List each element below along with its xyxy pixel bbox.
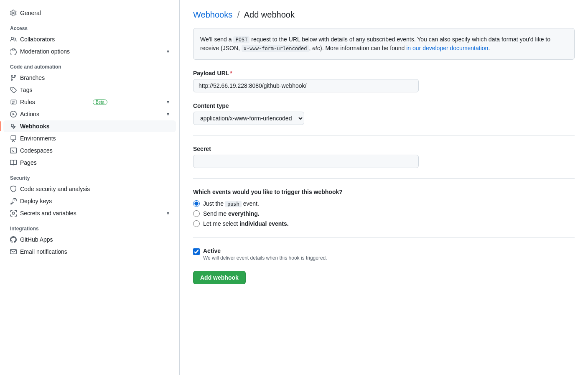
moderation-chevron-icon: ▾ [167, 48, 169, 54]
codespaces-icon [10, 147, 17, 154]
content-type-section: Content type application/x-www-form-urle… [193, 102, 575, 125]
active-label-text: Active [203, 247, 327, 254]
payload-url-section: Payload URL* [193, 70, 575, 92]
sidebar-section-security: Security [0, 172, 179, 183]
sidebar-item-deploy-keys[interactable]: Deploy keys [3, 195, 176, 207]
sidebar-item-rules[interactable]: Rules Beta ▾ [3, 96, 176, 108]
content-type-select[interactable]: application/x-www-form-urlencoded applic… [193, 112, 304, 125]
breadcrumb-current: Add webhook [244, 10, 295, 19]
sidebar-item-codespaces-label: Codespaces [20, 147, 53, 154]
sidebar-item-email-notifications-label: Email notifications [20, 248, 67, 255]
sidebar-section-integrations: Integrations [0, 222, 179, 233]
payload-url-input[interactable] [193, 79, 419, 92]
actions-icon [10, 111, 17, 117]
divider-1 [193, 135, 575, 135]
actions-chevron-icon: ▾ [167, 111, 169, 117]
sidebar-item-actions[interactable]: Actions ▾ [3, 108, 176, 120]
branches-icon [10, 74, 17, 81]
secret-section: Secret [193, 145, 575, 168]
sidebar-item-moderation-label: Moderation options [20, 48, 70, 55]
rules-icon [10, 99, 17, 105]
shield-icon [10, 186, 17, 192]
sidebar-item-webhooks[interactable]: Webhooks [3, 120, 176, 132]
active-checkbox-label[interactable]: Active We will deliver event details whe… [193, 247, 575, 261]
radio-everything[interactable]: Send me everything. [193, 210, 575, 217]
environments-icon [10, 135, 17, 142]
sidebar-section-code-automation: Code and automation [0, 61, 179, 71]
active-label-container: Active We will deliver event details whe… [203, 247, 327, 261]
breadcrumb: Webhooks / Add webhook [193, 10, 575, 20]
sidebar-item-code-security[interactable]: Code security and analysis [3, 183, 176, 195]
secret-input[interactable] [193, 155, 419, 168]
content-type-label: Content type [193, 102, 575, 109]
sidebar-item-github-apps[interactable]: GitHub Apps [3, 234, 176, 245]
sidebar-item-codespaces[interactable]: Codespaces [3, 145, 176, 156]
sidebar-item-secrets-label: Secrets and variables [20, 210, 76, 217]
description-code-urlencoded: x-www-form-urlencoded [242, 45, 309, 52]
sidebar-item-branches[interactable]: Branches [3, 72, 176, 84]
sidebar-item-pages[interactable]: Pages [3, 157, 176, 168]
sidebar-item-general-label: General [20, 10, 41, 16]
radio-everything-input[interactable] [193, 210, 200, 217]
sidebar: General Access Collaborators Moderation … [0, 0, 180, 375]
sidebar-item-tags[interactable]: Tags [3, 84, 176, 96]
events-question: Which events would you like to trigger t… [193, 189, 575, 195]
radio-everything-label: Send me everything. [203, 210, 260, 217]
sidebar-item-github-apps-label: GitHub Apps [20, 236, 53, 243]
sidebar-item-rules-label: Rules [20, 99, 35, 105]
rules-chevron-icon: ▾ [167, 99, 169, 105]
active-checkbox[interactable] [193, 248, 200, 255]
beta-badge: Beta [93, 99, 107, 105]
active-section: Active We will deliver event details whe… [193, 247, 575, 261]
sidebar-item-environments[interactable]: Environments [3, 133, 176, 144]
tag-icon [10, 87, 17, 93]
moderation-icon [10, 48, 17, 55]
divider-2 [193, 178, 575, 179]
radio-individual-label: Let me select individual events. [203, 220, 289, 227]
secrets-chevron-icon: ▾ [167, 210, 169, 216]
sidebar-item-collaborators-label: Collaborators [20, 36, 55, 43]
breadcrumb-link[interactable]: Webhooks [193, 10, 232, 19]
description-link[interactable]: in our developer documentation [406, 45, 488, 51]
divider-3 [193, 237, 575, 237]
secrets-icon [10, 210, 17, 217]
payload-url-label: Payload URL* [193, 70, 575, 77]
sidebar-item-email-notifications[interactable]: Email notifications [3, 246, 176, 258]
people-icon [10, 36, 17, 43]
sidebar-item-general[interactable]: General [3, 7, 176, 19]
sidebar-item-branches-label: Branches [20, 74, 45, 81]
required-indicator: * [230, 70, 232, 77]
sidebar-item-webhooks-label: Webhooks [20, 123, 50, 130]
gear-icon [10, 10, 17, 16]
main-content: Webhooks / Add webhook We'll send a POST… [180, 0, 588, 375]
sidebar-item-actions-label: Actions [20, 111, 39, 117]
sidebar-item-code-security-label: Code security and analysis [20, 186, 90, 192]
radio-just-push[interactable]: Just the push event. [193, 200, 575, 207]
apps-icon [10, 236, 17, 243]
sidebar-item-secrets[interactable]: Secrets and variables ▾ [3, 207, 176, 219]
sidebar-item-pages-label: Pages [20, 159, 37, 166]
sidebar-section-access: Access [0, 22, 179, 33]
radio-just-push-input[interactable] [193, 200, 200, 207]
sidebar-item-collaborators[interactable]: Collaborators [3, 33, 176, 45]
sidebar-item-deploy-keys-label: Deploy keys [20, 198, 52, 204]
active-description: We will deliver event details when this … [203, 255, 327, 261]
radio-individual[interactable]: Let me select individual events. [193, 220, 575, 227]
events-section: Which events would you like to trigger t… [193, 189, 575, 227]
key-icon [10, 198, 17, 204]
radio-just-push-label: Just the push event. [203, 200, 259, 207]
pages-icon [10, 159, 17, 166]
push-code: push [225, 201, 242, 207]
add-webhook-button[interactable]: Add webhook [193, 271, 246, 284]
sidebar-item-environments-label: Environments [20, 135, 56, 142]
radio-individual-input[interactable] [193, 220, 200, 227]
email-icon [10, 248, 17, 255]
description-code-post: POST [233, 36, 249, 43]
sidebar-item-tags-label: Tags [20, 87, 33, 93]
description-box: We'll send a POST request to the URL bel… [193, 28, 575, 60]
sidebar-item-moderation[interactable]: Moderation options ▾ [3, 46, 176, 57]
breadcrumb-separator: / [237, 10, 240, 19]
webhook-icon [10, 123, 17, 130]
secret-label: Secret [193, 145, 575, 152]
